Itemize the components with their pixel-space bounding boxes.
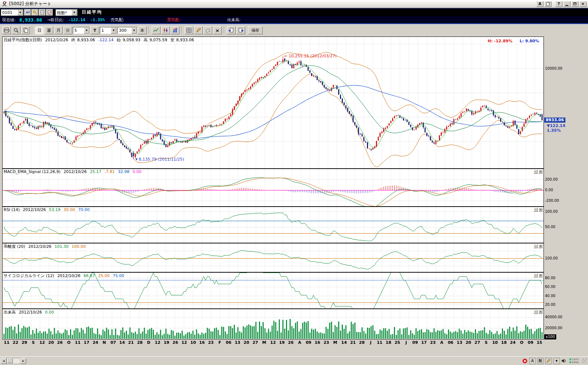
enter-button[interactable] <box>24 9 31 16</box>
zoom-button[interactable] <box>12 26 20 34</box>
panel-close-button[interactable]: × <box>538 244 542 248</box>
tray-app-icon[interactable] <box>522 358 528 364</box>
scrollbar-thumb[interactable] <box>7 358 13 363</box>
titlebar-close-button[interactable]: × <box>579 1 587 7</box>
close-label: 終 <box>71 38 76 42</box>
minute-freq-select[interactable]: 5 ▼ <box>73 27 90 34</box>
category-select[interactable]: 指数* ▼ <box>55 9 77 16</box>
symbol-dropdown-button[interactable]: ▼ <box>18 9 23 15</box>
candle-chart-button[interactable] <box>161 26 170 34</box>
interval-dropdown-button[interactable]: ▼ <box>111 27 116 34</box>
memo-icon <box>40 10 45 15</box>
bar-chart-button[interactable] <box>171 26 179 34</box>
scrollbar-track[interactable] <box>7 358 20 364</box>
main-price-plot[interactable]: 日経平均(指数)(日間) 2012/10/26 終8,933.06 -122.1… <box>2 36 544 169</box>
minute-freq-value: 5 <box>73 27 84 34</box>
layout-next-button[interactable] <box>236 26 245 34</box>
macd-plot[interactable]: MACD_EMA_Signal (12,26,9) 2012/10/26 25.… <box>2 169 544 207</box>
title-bar[interactable]: [5002] 分析チャート A ? × <box>0 0 588 8</box>
main-price-panel: 日経平均(指数)(日間) 2012/10/26 終8,933.06 -122.1… <box>2 36 567 169</box>
delete-drawings-button[interactable]: × <box>213 26 222 34</box>
layout-prev-button[interactable] <box>227 26 236 34</box>
line-chart-button[interactable] <box>152 26 160 34</box>
titlebar-a-button[interactable]: A <box>536 1 543 7</box>
memo-button[interactable] <box>39 9 46 16</box>
panel-close-button[interactable]: × <box>538 273 542 277</box>
psych-upper-value: 75.00 <box>113 273 124 278</box>
volume-svg <box>3 309 543 339</box>
bars-count-dropdown-button[interactable]: ▼ <box>131 27 137 34</box>
rsi-lower-value: 30.00 <box>63 207 75 212</box>
grid-button[interactable] <box>185 26 193 34</box>
save-button[interactable]: 保存 <box>248 26 263 34</box>
titlebar-minimize-button[interactable] <box>563 1 570 7</box>
toolbar-separator <box>149 27 150 34</box>
ime-options-button[interactable]: ▾ <box>553 358 560 364</box>
symbol-input[interactable]: 0101 ▼ <box>1 9 23 16</box>
print-button[interactable] <box>2 26 11 34</box>
copy-chart-button[interactable] <box>21 26 30 34</box>
period-minute-button[interactable]: 分 <box>63 26 72 34</box>
x-axis-label: 11 <box>375 339 384 347</box>
axis-label: 10000.00 <box>545 66 562 70</box>
edit-button[interactable] <box>46 9 53 16</box>
period-week-button[interactable]: 週 <box>45 26 53 34</box>
kairi-plot[interactable]: 乖離度 (20) 2012/10/26 101.30 100.00 - × <box>2 243 544 272</box>
ime-tools-button[interactable] <box>545 358 552 364</box>
x-axis-label: 12 <box>153 339 162 347</box>
horizontal-scrollbar[interactable]: ◄ ► <box>1 358 26 364</box>
tick-button[interactable]: T <box>90 26 99 34</box>
panel-minimize-button[interactable]: - <box>534 170 538 174</box>
panel-date: 2012/10/26 <box>57 273 80 278</box>
psych-plot[interactable]: サイコロジカルライン (12) 2012/10/26 66.67 25.00 7… <box>2 272 544 309</box>
panel-close-button[interactable]: × <box>538 208 542 212</box>
axis-label: -200.00 <box>545 199 559 203</box>
x-axis-label: 23 <box>429 339 437 347</box>
bars-count-select[interactable]: 300 ▼ <box>117 27 137 34</box>
x-axis-label: 11 <box>73 339 82 347</box>
ime-mode-indicator[interactable]: A <box>529 358 536 364</box>
draw-button[interactable] <box>194 26 203 34</box>
axis-label: 100.00 <box>545 256 558 260</box>
titlebar-copy-button[interactable] <box>544 1 552 7</box>
system-tray: A 般 ▾ CAPS KANA <box>522 357 587 364</box>
volume-plot[interactable]: 出来高 2012/10/26 0.00 - × <box>2 309 544 339</box>
low-value: 8,933.06 <box>176 38 194 42</box>
page-prev-icon <box>229 28 234 33</box>
interval-select[interactable]: 1 ▼ <box>100 27 117 34</box>
titlebar-restore-button[interactable] <box>571 1 579 7</box>
minute-freq-dropdown-button[interactable]: ▼ <box>84 27 89 34</box>
titlebar-help-button[interactable]: ? <box>555 1 562 7</box>
panel-close-button[interactable]: × <box>538 310 542 314</box>
panel-minimize-button[interactable]: - <box>534 244 538 248</box>
erase-button[interactable] <box>204 26 212 34</box>
speaker-icon[interactable] <box>561 358 567 363</box>
panel-minimize-button[interactable]: - <box>534 273 538 277</box>
x-axis-label: J <box>366 339 375 347</box>
rsi-plot[interactable]: RSI (14) 2012/10/26 53.19 30.00 70.00 - … <box>2 207 544 243</box>
peak-annotation-text: 10,255.15 (2012/03/27) <box>289 54 336 58</box>
trough-marker-icon: ▼ <box>135 158 138 161</box>
category-dropdown-button[interactable]: ▼ <box>71 9 77 15</box>
panel-minimize-button[interactable]: - <box>534 310 538 314</box>
scroll-left-button[interactable]: ◄ <box>1 358 7 364</box>
resize-grip[interactable] <box>582 358 587 363</box>
key-button[interactable] <box>31 9 38 16</box>
quote-bar: 現在値: 8,933.06 →前日比: -122.14 -1.35% 売気配: … <box>0 16 588 24</box>
psych-axis: 80.00 60.00 40.00 20.00 <box>544 272 567 309</box>
panel-close-button[interactable]: × <box>538 170 542 174</box>
bars-unit-button[interactable]: 本 <box>138 26 147 34</box>
toolbar-separator <box>32 27 33 34</box>
x-axis-label: 20 <box>464 339 473 347</box>
rsi-header: RSI (14) 2012/10/26 53.19 30.00 70.00 <box>4 207 92 212</box>
kana-label: KANA <box>572 361 579 364</box>
ime-kanji-indicator[interactable]: 般 <box>537 358 544 364</box>
period-day-button[interactable]: 日 <box>35 26 44 34</box>
axis-label: 60.00 <box>545 285 556 289</box>
scroll-right-button[interactable]: ► <box>20 358 26 364</box>
period-month-button[interactable]: 月 <box>54 26 63 34</box>
return-icon <box>26 10 30 15</box>
panel-minimize-button[interactable]: - <box>534 208 538 212</box>
peak-annotation: ← 10,255.15 (2012/03/27) <box>284 54 337 58</box>
bid-label: 買気配: <box>167 17 181 23</box>
